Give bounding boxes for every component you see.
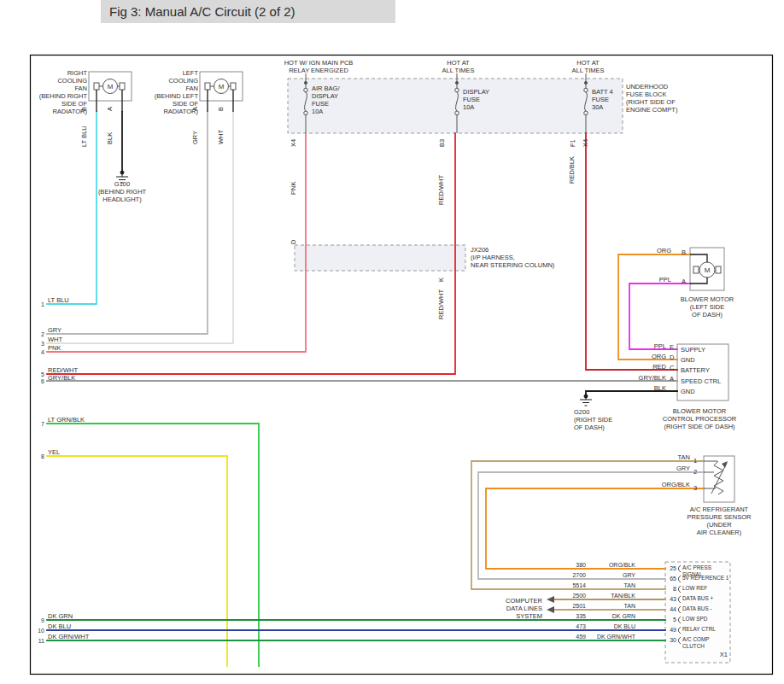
wire-org-blk-sensor (486, 488, 704, 569)
left-row-label: RED/WHT (48, 366, 78, 374)
left-row-number: 2 (34, 330, 44, 338)
wire-label-org: ORG (642, 247, 671, 254)
circuit-number: 2700 (562, 571, 586, 579)
fuse1-label: AIR BAG/ DISPLAY FUSE 10A (312, 85, 348, 115)
processor-pin-a: A (670, 375, 676, 383)
sensor-pin-3: 3 (693, 484, 702, 492)
databus-arrows (547, 596, 554, 613)
connector-row-label: 5V REFERENCE 1 (682, 575, 730, 582)
processor-wire-gry-blk: GRY/BLK (634, 374, 666, 382)
connector-row-label: LOW SPD (682, 616, 730, 623)
wire-gry (47, 112, 208, 334)
blower-motor-label: BLOWER MOTOR (LEFT SIDE OF DASH) (670, 295, 745, 319)
ground-g200-label: G200 (RIGHT SIDE OF DASH) (574, 408, 622, 431)
left-row-number: 4 (34, 348, 44, 356)
left-row-number: 7 (34, 420, 44, 428)
feed-hot-at-all-times-label: HOT AT ALL TIMES (435, 59, 482, 74)
circuit-color: DK BLU (591, 623, 635, 630)
circuit-number: 335 (562, 612, 586, 620)
connector-row-label: RELAY CTRL (682, 626, 730, 633)
connector-pin: 65 (666, 575, 676, 582)
feed-hot-at-all-times-label-2: HOT AT ALL TIMES (565, 59, 611, 74)
pressure-sensor-label: A/C REFRIGERANT PRESSURE SENSOR (UNDER A… (673, 506, 765, 536)
circuit-color: GRY (591, 571, 635, 579)
wiring-diagram-page: Fig 3: Manual A/C Circuit (2 of 2) (0, 0, 784, 684)
sensor-wire-org-blk: ORG/BLK (649, 481, 690, 488)
connector-pin: 8 (666, 585, 676, 593)
wire-pnk (47, 133, 306, 352)
sensor-wire-tan: TAN (666, 453, 690, 461)
processor-pin-c: C (670, 364, 676, 371)
underhood-fuse-block-label: UNDERHOOD FUSE BLOCK (RIGHT SIDE OF ENGI… (626, 83, 681, 114)
left-row-number: 1 (34, 301, 44, 308)
processor-row-gnd: GND (681, 356, 727, 364)
motor-letter: M (705, 266, 711, 274)
fuse-block-pin-x4: X4 (290, 139, 297, 147)
left-row-number: 10 (34, 627, 44, 634)
connector-pin: 25 (666, 564, 676, 572)
circuit-number: 2501 (562, 602, 586, 610)
circuit-number: 2500 (562, 592, 586, 599)
left-row-label: GRY (48, 326, 61, 334)
connector-row-label: DATA BUS - (682, 605, 730, 612)
left-row-number: 8 (34, 453, 44, 460)
motor-letter: M (219, 83, 225, 91)
blower-pin-b: B (682, 248, 688, 256)
sensor-pin-1: 1 (693, 457, 702, 465)
sensor-pin-2: 2 (693, 468, 702, 476)
motor-letter: M (108, 83, 114, 91)
figure-title-bar: Fig 3: Manual A/C Circuit (2 of 2) (101, 0, 395, 23)
connector-row-label: LOW REF (682, 585, 730, 592)
circuit-number: 380 (562, 561, 586, 569)
fuse3-label: BATT 4 FUSE 30A (592, 88, 626, 111)
left-row-label: WHT (48, 336, 62, 343)
jx206-pin-k: K (437, 278, 445, 282)
connector-row-label: DATA BUS + (682, 595, 730, 602)
ground-g100-label: G100 (BEHIND RIGHT HEADLIGHT) (91, 180, 154, 203)
connector-pin: 43 (666, 595, 676, 603)
wire-wht (47, 112, 233, 343)
figure-title: Fig 3: Manual A/C Circuit (2 of 2) (109, 4, 295, 19)
jx206-connector-box (295, 245, 465, 271)
processor-row-supply: SUPPLY (681, 346, 727, 354)
wire-label-wht: WHT (217, 130, 225, 144)
ground-g200-icon (580, 395, 592, 406)
processor-wire-org: ORG (639, 353, 666, 360)
right-fan-label: RIGHT COOLING FAN (BEHIND RIGHT SIDE OF … (36, 69, 87, 115)
jx206-label: JX206 (I/P HARNESS, NEAR STEERING COLUMN… (471, 246, 573, 269)
blower-pin-a: A (682, 278, 688, 285)
left-row-label: GRY/BLK (48, 374, 75, 382)
circuit-color: TAN (591, 602, 635, 610)
processor-wire-ppl: PPL (639, 342, 666, 350)
wire-label-blk: BLK (106, 132, 114, 144)
left-row-label: YEL (48, 448, 60, 456)
left-row-label: DK GRN (48, 612, 73, 620)
wire-label-red-blk: RED/BLK (568, 156, 576, 184)
circuit-color: DK GRN (591, 612, 635, 620)
circuit-color: TAN (591, 582, 635, 589)
processor-row-gnd2: GND (681, 388, 727, 395)
processor-wire-red: RED (639, 363, 666, 371)
circuit-color: TAN/BLK (591, 592, 635, 599)
right-fan-pin-b: B (80, 107, 88, 111)
connector-pin: 5 (666, 616, 676, 623)
processor-pin-e: E (670, 343, 676, 351)
wire-lt-blu (47, 112, 97, 304)
jx206-pin-d: D (290, 240, 297, 244)
left-fan-pin-a: A (191, 107, 199, 111)
connector-pin: 49 (666, 626, 676, 634)
left-row-number: 11 (34, 637, 44, 645)
sensor-wire-gry: GRY (666, 465, 690, 472)
fuse-block-pin-x4b: X4 (582, 139, 589, 147)
left-row-label: LT GRN/BLK (48, 416, 85, 424)
left-row-label: PNK (48, 344, 61, 352)
circuit-color: DK GRN/WHT (591, 633, 635, 640)
arrow-left-icon (547, 606, 554, 613)
left-fan-pin-b: B (217, 107, 225, 111)
circuit-color: ORG/BLK (591, 561, 635, 569)
circuit-number: 459 (562, 633, 586, 640)
connector-pin: 44 (666, 605, 676, 613)
circuit-number: 473 (562, 623, 586, 630)
circuit-number: 5514 (562, 582, 586, 589)
left-row-label: DK GRN/WHT (48, 633, 89, 640)
